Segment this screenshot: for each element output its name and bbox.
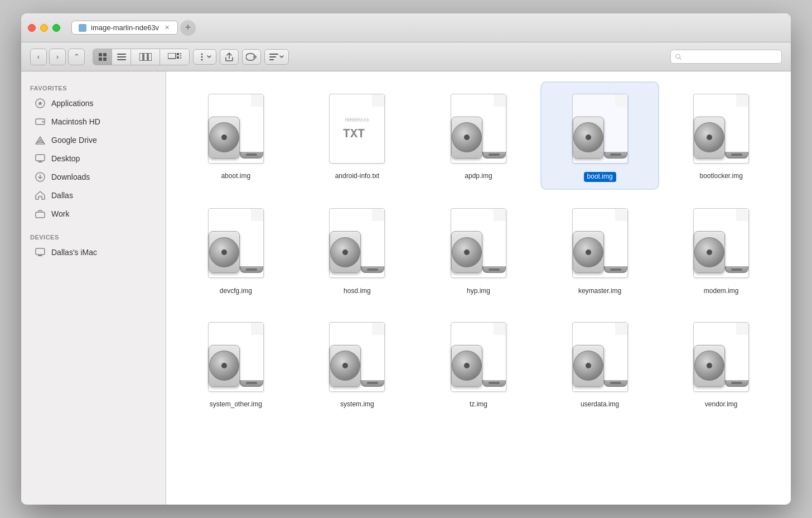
svg-rect-7 xyxy=(139,53,143,61)
view-toggle-group xyxy=(93,49,190,65)
file-item-hyp[interactable]: hyp.img xyxy=(420,198,537,303)
svg-rect-12 xyxy=(177,56,179,59)
devices-header: Devices xyxy=(21,229,166,243)
icon-view-button[interactable] xyxy=(93,49,112,65)
file-item-system-other[interactable]: system_other.img xyxy=(177,311,294,416)
svg-rect-21 xyxy=(269,54,278,55)
sidebar: Favorites Applications Macint xyxy=(21,71,166,505)
svg-rect-1 xyxy=(103,53,107,56)
file-name-keymaster: keymaster.img xyxy=(578,287,621,296)
sidebar-item-dallas-imac[interactable]: Dallas's iMac xyxy=(26,243,161,261)
file-name-android-info: android-info.txt xyxy=(335,172,379,181)
file-item-apdp[interactable]: apdp.img xyxy=(420,83,537,189)
traffic-lights xyxy=(28,24,60,32)
file-name-system-other: system_other.img xyxy=(210,400,262,409)
file-icon-apdp xyxy=(445,89,512,167)
downloads-icon xyxy=(35,171,46,183)
file-icon-android-info: HHHHHhhhh TXT xyxy=(323,89,390,167)
svg-rect-14 xyxy=(180,55,181,56)
svg-rect-22 xyxy=(269,56,276,57)
file-name-apdp: apdp.img xyxy=(465,172,492,181)
work-icon xyxy=(35,208,46,219)
file-item-aboot[interactable]: aboot.img xyxy=(177,83,294,189)
file-name-hyp: hyp.img xyxy=(467,287,490,296)
maximize-button[interactable] xyxy=(52,24,60,32)
macintosh-hd-icon xyxy=(35,116,46,127)
svg-line-25 xyxy=(679,57,681,59)
up-button[interactable]: ⌃ xyxy=(68,49,85,65)
sidebar-item-work[interactable]: Work xyxy=(26,205,161,223)
action-dropdown[interactable] xyxy=(193,49,216,65)
minimize-button[interactable] xyxy=(40,24,48,32)
svg-rect-3 xyxy=(103,57,107,61)
sidebar-item-dallas[interactable]: Dallas xyxy=(26,186,161,204)
svg-rect-23 xyxy=(269,59,274,60)
svg-rect-8 xyxy=(144,53,147,61)
file-item-android-info[interactable]: HHHHHhhhh TXT android-info.txt xyxy=(299,83,416,189)
file-icon-devcfg xyxy=(202,204,269,282)
active-tab[interactable]: image-marlin-nde63v ✕ xyxy=(71,21,178,35)
title-bar: image-marlin-nde63v ✕ + xyxy=(21,13,791,42)
file-icon-aboot xyxy=(202,89,269,167)
back-button[interactable]: ‹ xyxy=(30,49,47,65)
favorites-header: Favorites xyxy=(21,80,166,94)
file-icon-boot xyxy=(567,89,634,167)
file-icon-hosd xyxy=(323,204,390,282)
file-item-hosd[interactable]: hosd.img xyxy=(299,198,416,303)
dallas-imac-icon xyxy=(35,247,46,258)
file-item-boot[interactable]: boot.img xyxy=(542,83,659,189)
dallas-imac-label: Dallas's iMac xyxy=(51,248,97,257)
file-item-system[interactable]: system.img xyxy=(299,311,416,416)
desktop-label: Desktop xyxy=(51,154,80,163)
sidebar-item-google-drive[interactable]: Google Drive xyxy=(26,131,161,149)
dallas-label: Dallas xyxy=(51,191,73,200)
list-view-button[interactable] xyxy=(112,49,131,65)
svg-point-20 xyxy=(253,55,257,59)
sidebar-item-macintosh-hd[interactable]: Macintosh HD xyxy=(26,113,161,131)
svg-rect-11 xyxy=(177,53,179,55)
svg-point-17 xyxy=(201,56,203,57)
file-item-bootlocker[interactable]: bootlocker.img xyxy=(663,83,780,189)
search-box[interactable] xyxy=(670,50,782,64)
file-item-tz[interactable]: tz.img xyxy=(420,311,537,416)
file-name-userdata: userdata.img xyxy=(581,400,619,409)
column-view-button[interactable] xyxy=(131,49,160,65)
file-item-keymaster[interactable]: keymaster.img xyxy=(542,198,659,303)
file-item-modem[interactable]: modem.img xyxy=(663,198,780,303)
svg-point-18 xyxy=(201,59,203,60)
file-name-aboot: aboot.img xyxy=(221,172,250,181)
file-name-tz: tz.img xyxy=(470,400,487,409)
sidebar-item-downloads[interactable]: Downloads xyxy=(26,168,161,186)
file-name-vendor: vendor.img xyxy=(705,400,738,409)
file-name-devcfg: devcfg.img xyxy=(220,287,252,296)
tag-button[interactable] xyxy=(242,49,261,65)
forward-button[interactable]: › xyxy=(49,49,66,65)
svg-point-28 xyxy=(42,121,44,123)
file-item-devcfg[interactable]: devcfg.img xyxy=(177,198,294,303)
sidebar-item-desktop[interactable]: Desktop xyxy=(26,150,161,167)
toolbar: ‹ › ⌃ xyxy=(21,42,791,71)
desktop-icon xyxy=(35,153,46,164)
file-icon-system xyxy=(323,318,390,396)
file-name-hosd: hosd.img xyxy=(344,287,371,296)
sidebar-item-applications[interactable]: Applications xyxy=(26,94,161,112)
tab-close-button[interactable]: ✕ xyxy=(163,24,171,31)
new-tab-button[interactable]: + xyxy=(180,20,196,36)
file-icon-keymaster xyxy=(567,204,634,282)
share-button[interactable] xyxy=(220,49,239,65)
file-name-system: system.img xyxy=(340,400,374,409)
file-item-userdata[interactable]: userdata.img xyxy=(542,311,659,416)
downloads-label: Downloads xyxy=(51,172,90,181)
close-button[interactable] xyxy=(28,24,36,32)
search-input[interactable] xyxy=(684,52,777,61)
tab-title: image-marlin-nde63v xyxy=(91,23,159,32)
gallery-view-button[interactable] xyxy=(160,49,189,65)
file-icon-bootlocker xyxy=(688,89,755,167)
sort-dropdown[interactable] xyxy=(264,49,289,65)
svg-rect-0 xyxy=(99,53,102,56)
applications-icon xyxy=(35,98,46,109)
svg-rect-10 xyxy=(168,53,176,59)
svg-rect-6 xyxy=(117,59,126,60)
file-item-vendor[interactable]: vendor.img xyxy=(663,311,780,416)
svg-rect-4 xyxy=(117,54,126,55)
